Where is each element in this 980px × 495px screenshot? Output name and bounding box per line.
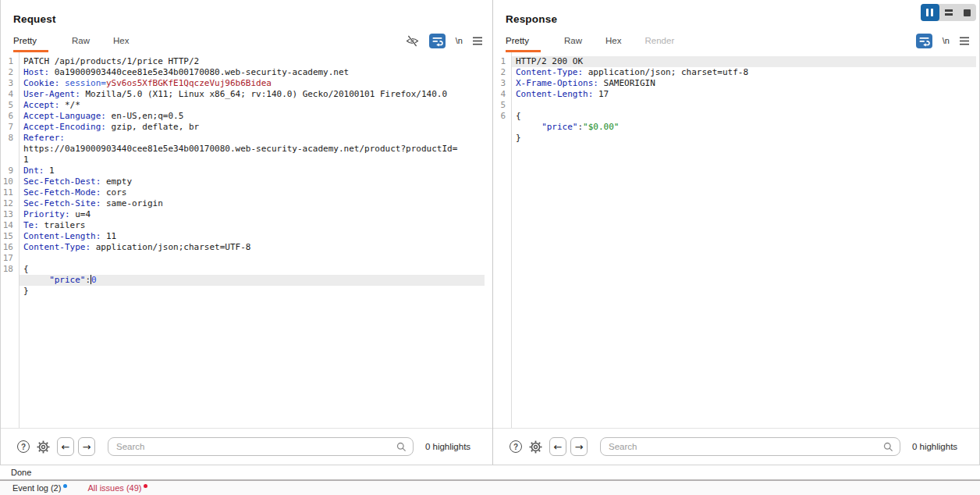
code-line[interactable]: 5Accept: */*: [1, 100, 485, 111]
code-line[interactable]: https://0a19000903440cee81e5e34b00170080…: [1, 144, 485, 155]
line-number: 5: [1, 100, 18, 111]
line-content: [20, 253, 485, 264]
word-wrap-icon[interactable]: [916, 34, 932, 48]
code-line[interactable]: 6Accept-Language: en-US,en;q=0.5: [1, 111, 485, 122]
code-line[interactable]: 1PATCH /api/products/1/price HTTP/2: [1, 56, 485, 67]
line-content: Content-Length: 11: [20, 231, 485, 242]
code-line[interactable]: 11Sec-Fetch-Mode: cors: [1, 187, 485, 198]
response-editor[interactable]: 1HTTP/2 200 OK2Content-Type: application…: [493, 52, 979, 428]
line-content: Dnt: 1: [20, 166, 485, 176]
search-icon: [396, 442, 407, 452]
code-line[interactable]: }: [1, 286, 485, 297]
response-tab-pretty[interactable]: Pretty: [506, 36, 541, 52]
code-line[interactable]: "price":0: [1, 275, 485, 286]
request-tab-raw[interactable]: Raw: [72, 36, 90, 52]
word-wrap-icon[interactable]: [429, 34, 446, 48]
line-number: 8: [1, 133, 18, 144]
code-line[interactable]: 3Cookie: session=ySv6os5XfBGKfE1QqczeVuj…: [1, 78, 485, 89]
status-text: Done: [11, 468, 31, 477]
response-tab-hex[interactable]: Hex: [605, 36, 621, 52]
code-line[interactable]: 8Referer:: [1, 133, 485, 144]
line-content: Accept-Language: en-US,en;q=0.5: [20, 111, 485, 122]
line-number: 3: [493, 78, 510, 89]
request-search-bar: ? ← →: [1, 428, 492, 465]
gutter-separator: [19, 52, 20, 428]
code-line[interactable]: 2Host: 0a19000903440cee81e5e34b00170080.…: [1, 67, 485, 78]
line-content: Priority: u=4: [20, 209, 485, 220]
search-settings-gear-icon[interactable]: [37, 440, 50, 454]
search-next-button[interactable]: →: [570, 437, 588, 456]
code-line[interactable]: 1HTTP/2 200 OK: [493, 56, 976, 67]
help-icon[interactable]: ?: [17, 440, 30, 453]
code-line[interactable]: 3X-Frame-Options: SAMEORIGIN: [493, 78, 976, 89]
line-content: Content-Length: 17: [512, 89, 976, 100]
search-settings-gear-icon[interactable]: [529, 440, 542, 454]
code-line[interactable]: 12Sec-Fetch-Site: same-origin: [1, 198, 485, 209]
line-content: Sec-Fetch-Dest: empty: [20, 176, 485, 187]
search-next-button[interactable]: →: [78, 437, 95, 456]
code-line[interactable]: "price":"$0.00": [493, 122, 976, 133]
line-content: "price":"$0.00": [512, 122, 976, 133]
response-search-field: [600, 437, 900, 456]
hide-nonprintable-icon[interactable]: [406, 35, 419, 47]
code-line[interactable]: 17: [1, 253, 485, 264]
code-line[interactable]: 6{: [493, 111, 976, 122]
help-icon[interactable]: ?: [510, 440, 522, 453]
all-issues-button[interactable]: All issues (49): [87, 483, 147, 493]
request-code: 1PATCH /api/products/1/price HTTP/22Host…: [1, 56, 485, 297]
newline-chars-icon[interactable]: \n: [456, 36, 463, 45]
event-log-button[interactable]: Event log (2): [12, 483, 67, 493]
response-panel: Response Pretty Raw Hex Render \n: [493, 0, 979, 465]
request-tab-pretty[interactable]: Pretty: [13, 36, 48, 52]
search-input[interactable]: [108, 437, 414, 456]
line-number: 13: [1, 209, 18, 220]
code-line[interactable]: 4Content-Length: 17: [493, 89, 976, 100]
code-line[interactable]: 7Accept-Encoding: gzip, deflate, br: [1, 122, 485, 133]
line-content: Content-Type: application/json; charset=…: [512, 67, 976, 78]
code-line[interactable]: 14Te: trailers: [1, 220, 485, 231]
all-issues-label: All issues (49): [87, 483, 141, 493]
all-issues-notification-dot: [144, 484, 147, 488]
line-number: 6: [493, 111, 510, 122]
line-content: Sec-Fetch-Site: same-origin: [20, 198, 485, 209]
line-number: 1: [493, 56, 510, 67]
layout-rows-button[interactable]: [939, 4, 958, 21]
search-input[interactable]: [600, 437, 900, 456]
code-line[interactable]: 18{: [1, 264, 485, 275]
layout-columns-button[interactable]: [921, 4, 939, 21]
response-search-bar: ? ← →: [493, 428, 979, 465]
line-number: 7: [1, 122, 18, 133]
request-editor[interactable]: 1PATCH /api/products/1/price HTTP/22Host…: [1, 52, 492, 428]
line-content: PATCH /api/products/1/price HTTP/2: [20, 56, 485, 67]
code-line[interactable]: }: [493, 133, 976, 144]
code-line[interactable]: 1: [1, 155, 485, 166]
editor-menu-icon[interactable]: [473, 37, 482, 45]
code-line[interactable]: 13Priority: u=4: [1, 209, 485, 220]
code-line[interactable]: 4User-Agent: Mozilla/5.0 (X11; Linux x86…: [1, 89, 485, 100]
gutter-separator: [511, 52, 512, 428]
response-tab-raw[interactable]: Raw: [564, 36, 582, 52]
request-panel-title: Request: [13, 13, 492, 25]
search-prev-button[interactable]: ←: [549, 437, 566, 456]
code-line[interactable]: 16Content-Type: application/json;charset…: [1, 242, 485, 253]
code-line[interactable]: 15Content-Length: 11: [1, 231, 485, 242]
response-panel-title: Response: [506, 13, 979, 25]
line-content: User-Agent: Mozilla/5.0 (X11; Linux x86_…: [20, 89, 485, 100]
code-line[interactable]: 5: [493, 100, 976, 111]
code-line[interactable]: 2Content-Type: application/json; charset…: [493, 67, 976, 78]
line-number: 4: [1, 89, 18, 100]
code-line[interactable]: 9Dnt: 1: [1, 166, 485, 176]
code-line[interactable]: 10Sec-Fetch-Dest: empty: [1, 176, 485, 187]
request-tab-hex[interactable]: Hex: [113, 36, 129, 52]
newline-chars-icon[interactable]: \n: [943, 36, 950, 45]
line-number: 3: [1, 78, 18, 89]
footer-bar: Event log (2) All issues (49): [0, 479, 980, 495]
layout-single-button[interactable]: [957, 4, 976, 21]
line-content: [512, 100, 976, 111]
highlights-count: 0 highlights: [900, 442, 969, 451]
line-number: 2: [1, 67, 18, 78]
search-prev-button[interactable]: ←: [57, 437, 74, 456]
editor-menu-icon[interactable]: [960, 37, 969, 45]
line-content: Cookie: session=ySv6os5XfBGKfE1QqczeVuj9…: [20, 78, 485, 89]
line-number: 12: [1, 198, 18, 209]
